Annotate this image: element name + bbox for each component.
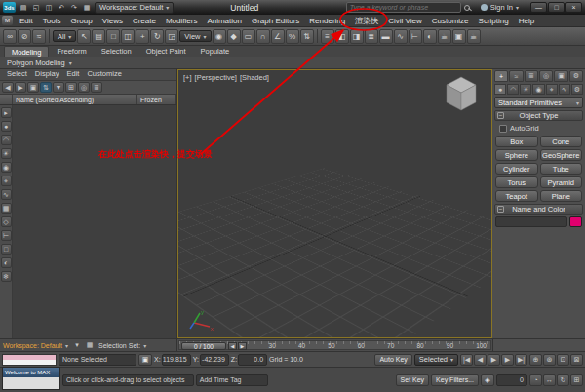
select-and-manipulate-icon[interactable]: ◆ [227,29,241,44]
tab-utilities-icon[interactable]: ⚙ [569,70,583,82]
ribbon-panel-bar[interactable]: Polygon Modeling ▾ [0,57,585,69]
menu-item[interactable]: Group [65,15,97,27]
zoom-extents-icon[interactable]: ⊡ [557,354,569,366]
object-name-field[interactable] [495,216,567,227]
object-type-button[interactable]: Box [495,136,538,147]
filter-containers-icon[interactable]: □ [1,244,12,255]
category-helpers-icon[interactable]: ⌖ [546,84,558,95]
track-bar[interactable]: 0102030405060708090100 0 / 100 ◀ ▶ [178,340,491,350]
next-frame-icon[interactable]: ▶ [501,354,514,366]
select-by-name-icon[interactable]: ▤ [92,29,105,44]
select-and-move-icon[interactable]: + [136,29,149,44]
object-type-button[interactable]: Sphere [495,149,538,161]
next-frame-arrow-icon[interactable]: ▶ [238,342,247,350]
maximize-viewport-icon[interactable]: ⊞ [570,374,583,386]
add-time-tag[interactable]: Add Time Tag [196,374,268,386]
se-back-icon[interactable]: ◀ [2,82,14,93]
curve-editor-icon[interactable]: ∿ [394,29,408,44]
category-lights-icon[interactable]: ☀ [520,84,531,95]
object-type-button[interactable]: Plane [540,190,583,202]
workspace-switcher[interactable]: Workspace: Default [3,342,62,349]
select-and-rotate-icon[interactable]: ↻ [150,29,164,44]
schematic-view-icon[interactable]: ⊢ [409,29,422,44]
previous-frame-icon[interactable]: ◀ [474,354,487,366]
se-find-icon[interactable]: ◎ [78,82,90,93]
current-frame-field[interactable]: 0 [496,374,527,386]
menu-item[interactable]: Edit [15,15,38,27]
material-editor-icon[interactable]: ◐ [423,29,437,44]
workspace-dropdown[interactable]: Workspace: Default▾ [95,2,174,14]
object-type-button[interactable]: GeoSphere [540,149,583,161]
zoom-icon[interactable]: ⊕ [529,354,542,366]
filter-shapes-icon[interactable]: ◠ [1,135,12,145]
ribbon-tab[interactable]: Selection [95,46,138,57]
se-sort-icon[interactable]: ⇅ [40,82,52,93]
category-geometry-icon[interactable]: ● [494,84,506,95]
menu-item[interactable]: Civil View [383,15,427,27]
unlink-selection-icon[interactable]: ⊘ [18,29,31,44]
filter-materials-icon[interactable]: ◐ [1,257,12,268]
name-column-header[interactable]: Name (Sorted Ascending) [13,95,137,104]
ribbon-toggle-icon[interactable]: ▬ [379,29,393,44]
menu-item[interactable]: Views [98,15,128,27]
perspective-viewport[interactable]: [+] [Perspective] [Shaded] x y [177,69,492,338]
pan-icon[interactable]: ↔ [543,374,556,386]
ribbon-tab[interactable]: Modeling [4,46,49,57]
menu-item[interactable]: Tools [38,15,66,27]
object-color-swatch[interactable] [569,216,582,227]
menu-item[interactable]: Customize [427,15,474,27]
filter-spacewarps-icon[interactable]: ∿ [1,189,12,200]
filter-bones-icon[interactable]: ⊢ [1,230,12,241]
field-of-view-icon[interactable]: ◔ [529,374,542,386]
tab-motion-icon[interactable]: ◎ [539,70,553,82]
object-type-button[interactable]: Tube [540,163,583,175]
render-production-icon[interactable]: ☕ [467,29,481,44]
tab-create-icon[interactable]: + [494,70,508,82]
object-type-button[interactable]: Torus [495,176,538,188]
viewport-shading-menu[interactable]: [Shaded] [240,73,269,82]
named-set-icon[interactable]: ▦ [84,339,96,351]
redo-icon[interactable]: ↷ [68,2,80,14]
bind-to-space-warp-icon[interactable]: ≈ [32,29,46,44]
category-spacewarps-icon[interactable]: ∿ [559,84,570,95]
render-setup-icon[interactable]: ☕ [438,29,451,44]
viewcube[interactable] [441,74,482,113]
project-folder-icon[interactable]: ▦ [81,2,93,14]
scene-explorer-menu-item[interactable]: Display [31,69,63,80]
se-filter-icon[interactable]: ▼ [53,82,64,93]
menu-item[interactable]: Scripting [474,15,514,27]
rendered-frame-icon[interactable]: ▣ [452,29,466,44]
filter-groups-icon[interactable]: ▦ [1,203,12,214]
object-type-button[interactable]: Cylinder [495,163,538,175]
filter-lights-icon[interactable]: ☀ [1,148,12,159]
menu-item[interactable]: Create [128,15,161,27]
angle-snap-icon[interactable]: ∠ [271,29,285,44]
filter-cameras-icon[interactable]: ◉ [1,162,12,173]
minimize-button[interactable]: — [530,2,547,13]
maxscript-mini-listener[interactable] [2,354,57,366]
ribbon-tab[interactable]: Freeform [50,46,93,57]
key-filters-button[interactable]: Key Filters... [431,374,479,386]
se-forward-icon[interactable]: ▶ [15,82,26,93]
menu-item[interactable]: Animation [202,15,247,27]
sign-in-button[interactable]: Sign In ▾ [481,3,519,12]
category-shapes-icon[interactable]: ◠ [507,84,519,95]
named-selection-sets-icon[interactable]: ≡ [321,29,334,44]
orbit-icon[interactable]: ↻ [557,374,569,386]
search-input[interactable] [346,2,461,13]
save-file-icon[interactable]: ◫ [43,2,55,14]
select-object-icon[interactable]: ↖ [77,29,91,44]
app-logo[interactable]: 3ds [3,2,16,13]
filter-xrefs-icon[interactable]: ◇ [1,216,12,227]
selection-set-dropdown[interactable]: ▾ [143,342,146,349]
menu-item[interactable]: 渲染快 [350,15,383,27]
select-and-link-icon[interactable]: ∞ [3,29,17,44]
scene-explorer-menu-item[interactable]: Edit [62,69,83,80]
percent-snap-icon[interactable]: % [286,29,299,44]
y-coordinate-field[interactable]: -42.239 [200,354,229,366]
selection-lock-icon[interactable]: ▣ [138,354,152,366]
maximize-button[interactable]: □ [548,2,565,13]
key-mode-toggle-icon[interactable]: ◈ [481,374,494,386]
se-settings-icon[interactable]: ≣ [91,82,102,93]
zoom-extents-all-icon[interactable]: ⊠ [570,354,583,366]
